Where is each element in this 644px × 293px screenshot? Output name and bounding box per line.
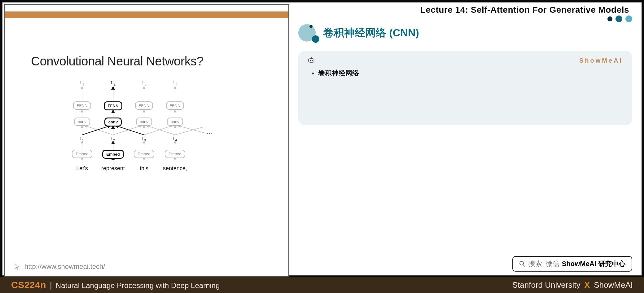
footer-right: Stanford University X ShowMeAI [512, 280, 633, 290]
notes-pane: Lecture 14: Self-Attention For Generativ… [289, 2, 642, 275]
dot-icon [625, 16, 632, 22]
svg-line-10 [82, 126, 111, 135]
separator: | [50, 281, 52, 290]
embed-box: Embed [72, 150, 92, 158]
cursor-icon [13, 263, 21, 271]
brand-watermark: ShowMeAI [579, 57, 623, 64]
svg-line-16 [144, 126, 173, 135]
svg-point-30 [310, 60, 311, 61]
section-title: 卷积神经网络 (CNN) [323, 26, 419, 40]
slide-footer-url: http://www.showmeai.tech/ [13, 263, 105, 271]
url-text: http://www.showmeai.tech/ [24, 263, 105, 271]
embed-box: Embed [134, 150, 154, 158]
section-logo-icon [298, 24, 319, 42]
r-label: r4 [173, 135, 177, 141]
diagram-row-outputs: r'1 r'2 r'3 r'4 [67, 79, 228, 86]
word: this [140, 165, 148, 171]
footer-x: X [585, 280, 590, 290]
svg-line-12 [116, 126, 144, 135]
diagram-row-r: r1 r2 r3 r4 [67, 135, 228, 142]
svg-point-31 [312, 60, 313, 61]
conv-box: conv [167, 118, 183, 126]
conv-box: conv [74, 118, 90, 126]
decorative-dots [607, 16, 632, 22]
svg-line-18 [177, 126, 206, 133]
bullet-text: 卷积神经网络 [318, 69, 359, 77]
embed-box: Embed [165, 150, 185, 158]
svg-line-33 [523, 265, 525, 267]
slide-accent-bar [5, 11, 288, 18]
diagram-ellipsis: ... [207, 129, 213, 135]
word: Let's [76, 165, 88, 171]
word: sentence, [163, 165, 187, 171]
cnn-diagram: r'1 r'2 r'3 r'4 FFNN FFNN FFNN FFNN conv… [67, 79, 228, 181]
course-name: Natural Language Processing with Deep Le… [56, 281, 220, 290]
out-r4: r'4 [173, 79, 177, 85]
diagram-row-ffnn: FFNN FFNN FFNN FFNN [67, 101, 228, 110]
ffnn-box: FFNN [104, 101, 123, 110]
embed-box: Embed [102, 150, 124, 159]
svg-line-9 [85, 126, 113, 135]
dot-icon [607, 16, 612, 21]
conv-box: conv [136, 118, 152, 126]
ffnn-box: FFNN [166, 101, 184, 110]
svg-line-15 [147, 126, 175, 135]
word: represent [101, 165, 125, 171]
svg-point-32 [520, 261, 524, 265]
lecture-title: Lecture 14: Self-Attention For Generativ… [298, 2, 632, 24]
diagram-row-words: Let's represent this sentence, [67, 165, 228, 172]
ffnn-box: FFNN [73, 101, 91, 110]
r-label: r2 [111, 135, 115, 141]
conv-box: conv [104, 118, 122, 127]
out-r3: r'3 [142, 79, 147, 85]
diagram-row-embed: Embed Embed Embed Embed [67, 150, 228, 159]
footer-university: Stanford University [512, 280, 580, 290]
lecture-slide: Convolutional Neural Networks? [4, 4, 289, 277]
robot-icon [308, 57, 315, 63]
footer-left: CS224n | Natural Language Processing wit… [11, 280, 220, 290]
r-label: r1 [80, 135, 84, 141]
svg-rect-28 [309, 59, 314, 62]
note-bullet: 卷积神经网络 [308, 69, 623, 78]
course-code: CS224n [11, 280, 46, 290]
dot-icon [616, 16, 622, 22]
slide-title: Convolutional Neural Networks? [31, 54, 203, 68]
bullet-icon [312, 73, 314, 74]
search-callout: 搜索|微信ShowMeAI 研究中心 [512, 256, 633, 272]
ffnn-box: FFNN [135, 101, 153, 110]
svg-line-19 [175, 127, 203, 135]
search-text: 搜索|微信ShowMeAI 研究中心 [528, 259, 626, 269]
notes-card: ShowMeAI 卷积神经网络 [298, 51, 632, 125]
main-content: Convolutional Neural Networks? [2, 2, 642, 276]
section-header: 卷积神经网络 (CNN) [298, 24, 632, 42]
r-label: r3 [142, 135, 146, 141]
diagram-row-conv: conv conv conv conv [67, 118, 228, 127]
out-r2: r'2 [111, 79, 116, 85]
svg-line-13 [113, 126, 142, 135]
page-footer: CS224n | Natural Language Processing wit… [0, 277, 644, 293]
search-icon [519, 261, 525, 267]
footer-brand: ShowMeAI [594, 280, 633, 290]
out-r1: r'1 [80, 79, 85, 85]
